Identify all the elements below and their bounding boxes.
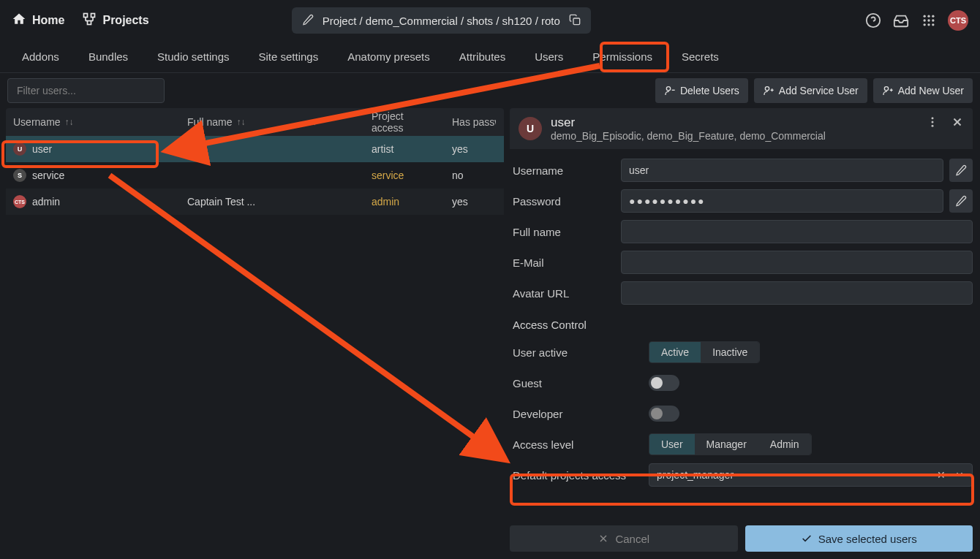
apps-icon[interactable] — [920, 12, 938, 29]
row-avatar: CTS — [13, 195, 26, 208]
tab-bundles[interactable]: Bundles — [88, 47, 128, 66]
tab-users[interactable]: Users — [535, 47, 563, 66]
access-level-toggle[interactable]: User Manager Admin — [649, 433, 812, 455]
email-input[interactable] — [621, 251, 973, 274]
level-user-option[interactable]: User — [649, 434, 695, 455]
projects-label: Projects — [102, 14, 148, 27]
svg-point-14 — [927, 19, 930, 21]
breadcrumb[interactable]: Project / demo_Commercial / shots / sh12… — [292, 7, 591, 34]
detail-title: user — [551, 115, 917, 130]
detail-avatar: U — [519, 117, 542, 140]
home-link[interactable]: Home — [12, 12, 64, 29]
svg-point-21 — [765, 87, 769, 91]
access-control-title: Access Control — [510, 308, 973, 337]
svg-rect-7 — [573, 18, 580, 25]
developer-label: Developer — [510, 408, 649, 420]
svg-rect-1 — [91, 14, 95, 18]
svg-point-15 — [932, 19, 934, 21]
help-icon[interactable] — [864, 12, 882, 29]
detail-subtitle: demo_Big_Episodic, demo_Big_Feature, dem… — [551, 130, 917, 142]
svg-rect-2 — [88, 21, 91, 25]
sort-icon: ↑↓ — [236, 117, 245, 127]
chevron-down-icon — [954, 469, 965, 482]
password-label: Password — [510, 195, 615, 208]
save-button[interactable]: Save selected users — [745, 525, 973, 552]
avatar-url-label: Avatar URL — [510, 287, 615, 300]
tab-anatomy-presets[interactable]: Anatomy presets — [347, 47, 430, 66]
svg-point-24 — [884, 87, 888, 91]
svg-point-28 — [932, 121, 934, 123]
person-add-icon — [882, 85, 894, 96]
guest-label: Guest — [510, 377, 649, 389]
svg-point-18 — [932, 23, 934, 26]
col-password[interactable]: Has password — [445, 116, 503, 128]
projects-link[interactable]: Projects — [82, 12, 148, 29]
edit-password-button[interactable] — [949, 189, 973, 213]
cancel-button[interactable]: Cancel — [510, 525, 738, 552]
user-active-toggle[interactable]: Active Inactive — [649, 341, 760, 363]
active-option[interactable]: Active — [649, 342, 701, 362]
add-service-user-button[interactable]: Add Service User — [754, 78, 867, 103]
table-row[interactable]: CTSadmin Captain Test ... admin yes — [6, 189, 504, 215]
sort-icon: ↑↓ — [308, 117, 317, 127]
tab-secrets[interactable]: Secrets — [682, 47, 719, 66]
row-avatar: U — [13, 142, 26, 156]
copy-icon[interactable] — [569, 14, 581, 28]
tab-addons[interactable]: Addons — [22, 47, 59, 66]
email-label: E-Mail — [510, 256, 615, 269]
username-input[interactable] — [621, 159, 943, 182]
svg-rect-0 — [84, 14, 88, 18]
table-row[interactable]: Uuser artist yes — [6, 136, 504, 162]
col-fullname[interactable]: Full name↑↓ — [180, 116, 271, 128]
tab-studio-settings[interactable]: Studio settings — [157, 47, 229, 66]
edit-username-button[interactable] — [949, 159, 973, 182]
user-active-label: User active — [510, 346, 649, 359]
check-icon — [801, 533, 813, 544]
tab-permissions[interactable]: Permissions — [592, 47, 652, 66]
breadcrumb-text: Project / demo_Commercial / shots / sh12… — [323, 15, 560, 27]
svg-point-10 — [923, 15, 925, 18]
level-manager-option[interactable]: Manager — [695, 434, 758, 455]
col-username[interactable]: Username↑↓ — [6, 116, 180, 128]
svg-point-11 — [927, 15, 930, 18]
clear-icon[interactable]: ✕ — [934, 469, 949, 481]
inactive-option[interactable]: Inactive — [701, 342, 759, 362]
col-email[interactable]: Email↑↓ — [271, 116, 364, 128]
developer-switch[interactable] — [649, 406, 679, 422]
sort-icon: ↑↓ — [65, 117, 74, 127]
add-new-user-button[interactable]: Add New User — [873, 78, 973, 103]
tab-site-settings[interactable]: Site settings — [259, 47, 319, 66]
svg-point-13 — [923, 19, 925, 21]
default-access-select[interactable]: project_manager ✕ — [649, 463, 973, 487]
guest-switch[interactable] — [649, 375, 679, 391]
more-icon[interactable] — [926, 115, 939, 131]
table-row[interactable]: Sservice service no — [6, 162, 504, 189]
person-add-icon — [763, 85, 774, 96]
close-icon[interactable] — [951, 115, 964, 131]
home-label: Home — [32, 14, 64, 27]
svg-point-29 — [932, 125, 934, 127]
svg-point-12 — [932, 15, 934, 18]
default-access-label: Default projects access — [510, 469, 649, 482]
fullname-input[interactable] — [621, 220, 973, 243]
password-input[interactable] — [621, 189, 943, 213]
delete-users-button[interactable]: Delete Users — [655, 78, 748, 103]
svg-point-27 — [932, 117, 934, 119]
table-header: Username↑↓ Full name↑↓ Email↑↓ Project a… — [6, 108, 504, 136]
tab-attributes[interactable]: Attributes — [459, 47, 505, 66]
close-icon — [598, 533, 609, 544]
filter-users-input[interactable] — [7, 78, 165, 103]
inbox-icon[interactable] — [892, 12, 910, 29]
col-access[interactable]: Project access — [364, 110, 445, 134]
avatar-url-input[interactable] — [621, 281, 973, 305]
svg-point-17 — [927, 23, 930, 26]
svg-point-19 — [666, 87, 670, 91]
username-label: Username — [510, 164, 615, 177]
edit-icon — [302, 14, 314, 28]
person-remove-icon — [664, 85, 676, 96]
user-avatar[interactable]: CTS — [948, 10, 968, 31]
row-avatar: S — [13, 169, 26, 182]
level-admin-option[interactable]: Admin — [758, 434, 811, 455]
fullname-label: Full name — [510, 226, 615, 238]
home-icon — [12, 12, 26, 29]
